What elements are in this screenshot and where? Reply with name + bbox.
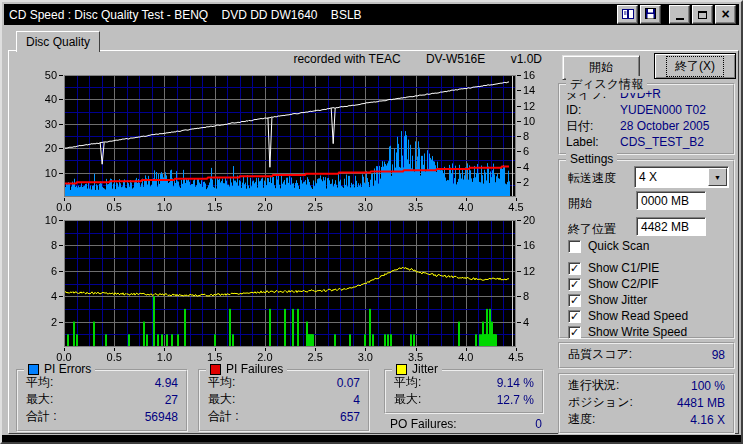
- pi-errors-swatch: [28, 364, 39, 375]
- chevron-down-icon[interactable]: ▼: [708, 168, 727, 186]
- pi-failures-jitter-chart: [26, 215, 544, 365]
- jitter-panel: Jitter 平均:9.14 % 最大:12.7 %: [384, 369, 544, 414]
- report-icon: [622, 8, 634, 22]
- window-title: CD Speed : Disc Quality Test - BENQ DVD …: [9, 8, 617, 22]
- speed-row-value: 4.16 X: [690, 413, 725, 427]
- speed-row-label: 速度:: [568, 411, 595, 428]
- disc-info-label: ID:: [566, 103, 620, 117]
- recorded-with-text: recorded with TEAC DV-W516E v1.0D: [26, 52, 542, 66]
- jitter-panel-title: Jitter: [392, 362, 442, 376]
- writer-drive-label: DV-W516E: [426, 52, 485, 66]
- tab-disc-quality[interactable]: Disc Quality: [16, 31, 100, 52]
- title-bar[interactable]: CD Speed : Disc Quality Test - BENQ DVD …: [4, 4, 739, 25]
- stat-value: 56948: [145, 410, 178, 424]
- speed-row: 速度: 4.16 X: [560, 411, 733, 428]
- speed-combobox-value: 4 X: [635, 170, 707, 184]
- settings-group: Settings 転送速度 4 X ▼ 開始 0000 MB 終了位置 4482…: [558, 159, 735, 339]
- stat-row: 合計 :657: [200, 408, 368, 425]
- disc-info-group-title: ディスク情報: [566, 76, 647, 93]
- stat-value: 0.07: [337, 376, 360, 390]
- checkbox-show-c1-pie[interactable]: ✓ Show C1/PIE: [568, 261, 659, 275]
- version-label: v1.0D: [511, 52, 542, 66]
- checkbox-show-jitter[interactable]: ✓ Show Jitter: [568, 293, 647, 307]
- po-failures-label: PO Failures:: [390, 417, 457, 431]
- checkbox-label: Show Read Speed: [588, 309, 688, 323]
- stat-label: 最大:: [394, 391, 421, 408]
- pi-errors-title-text: PI Errors: [44, 362, 91, 376]
- maximize-button[interactable]: [692, 5, 713, 24]
- checkbox-box[interactable]: ✓: [568, 310, 581, 323]
- pi-errors-chart: [26, 65, 544, 215]
- jitter-swatch: [396, 364, 407, 375]
- po-failures-row: PO Failures: 0: [390, 417, 542, 431]
- po-failures-value: 0: [535, 417, 542, 431]
- stat-row: 最大:27: [18, 391, 186, 408]
- disc-info-label: Label:: [566, 135, 620, 149]
- stat-label: 合計 :: [208, 408, 239, 425]
- pi-errors-panel-title: PI Errors: [24, 362, 95, 376]
- jitter-title-text: Jitter: [412, 362, 438, 376]
- checkbox-box[interactable]: ✓: [568, 278, 581, 291]
- stat-row: 最大:4: [200, 391, 368, 408]
- save-button[interactable]: [640, 5, 661, 24]
- stat-row: 平均:4.94: [18, 374, 186, 391]
- pi-failures-panel: PI Failures 平均:0.07 最大:4 合計 :657: [198, 369, 370, 432]
- stat-row: 平均:0.07: [200, 374, 368, 391]
- speed-combobox[interactable]: 4 X ▼: [634, 166, 729, 188]
- quality-score-row: 品質スコア: 98: [560, 346, 733, 363]
- report-button[interactable]: [617, 5, 638, 24]
- stat-value: 27: [165, 393, 178, 407]
- stat-value: 4: [353, 393, 360, 407]
- close-icon: ×: [721, 8, 729, 21]
- checkbox-box[interactable]: ✓: [568, 294, 581, 307]
- disc-info-row: 日付: 28 October 2005: [560, 118, 733, 134]
- exit-button-label: 終了(X): [666, 56, 724, 77]
- quality-score-label: 品質スコア:: [568, 346, 632, 363]
- end-position-input[interactable]: 4482 MB: [636, 217, 706, 236]
- position-label: ポジション:: [568, 394, 633, 411]
- stat-label: 最大:: [26, 391, 53, 408]
- start-position-input[interactable]: 0000 MB: [636, 191, 706, 210]
- stat-label: 平均:: [208, 374, 235, 391]
- save-icon: [645, 8, 656, 22]
- checkbox-show-write-speed[interactable]: ✓ Show Write Speed: [568, 325, 687, 339]
- stat-label: 最大:: [208, 391, 235, 408]
- minimize-button[interactable]: [669, 5, 690, 24]
- progress-row: 進行状況: 100 %: [560, 377, 733, 394]
- stat-row: 合計 :56948: [18, 408, 186, 425]
- speed-label: 転送速度: [568, 170, 616, 187]
- stat-row: 最大:12.7 %: [386, 391, 542, 408]
- stat-value: 657: [340, 410, 360, 424]
- checkbox-quick-scan[interactable]: Quick Scan: [568, 239, 649, 253]
- quality-score-box: 品質スコア: 98: [558, 342, 735, 369]
- checkbox-box[interactable]: ✓: [568, 326, 581, 339]
- maximize-icon: [698, 11, 707, 19]
- checkbox-box[interactable]: [568, 240, 581, 253]
- checkbox-show-c2-pif[interactable]: ✓ Show C2/PIF: [568, 277, 659, 291]
- stat-label: 平均:: [394, 374, 421, 391]
- recorded-label: recorded with TEAC: [293, 52, 400, 66]
- pi-failures-title-text: PI Failures: [226, 362, 283, 376]
- pi-errors-panel: PI Errors 平均:4.94 最大:27 合計 :56948: [16, 369, 188, 432]
- close-button[interactable]: ×: [715, 5, 736, 24]
- settings-group-title: Settings: [566, 152, 617, 166]
- checkbox-box[interactable]: ✓: [568, 262, 581, 275]
- stat-value: 12.7 %: [497, 393, 534, 407]
- progress-box: 進行状況: 100 % ポジション: 4481 MB 速度: 4.16 X: [558, 373, 735, 434]
- position-value: 4481 MB: [677, 396, 725, 410]
- pi-failures-panel-title: PI Failures: [206, 362, 287, 376]
- quality-score-value: 98: [712, 348, 725, 362]
- start-position-label: 開始: [568, 195, 592, 212]
- disc-info-row: ID: YUDEN000 T02: [560, 102, 733, 118]
- checkbox-show-read-speed[interactable]: ✓ Show Read Speed: [568, 309, 688, 323]
- end-position-label: 終了位置: [568, 221, 616, 238]
- checkbox-label: Show Jitter: [588, 293, 647, 307]
- checkbox-label: Show Write Speed: [588, 325, 687, 339]
- progress-label: 進行状況:: [568, 377, 619, 394]
- window-bottom-edge: [2, 435, 741, 442]
- disc-info-group: ディスク情報 タイプ: DVD+R ID: YUDEN000 T02 日付: 2…: [558, 83, 735, 155]
- stat-label: 合計 :: [26, 408, 57, 425]
- position-row: ポジション: 4481 MB: [560, 394, 733, 411]
- exit-button[interactable]: 終了(X): [654, 53, 736, 79]
- disc-info-value: 28 October 2005: [620, 119, 727, 133]
